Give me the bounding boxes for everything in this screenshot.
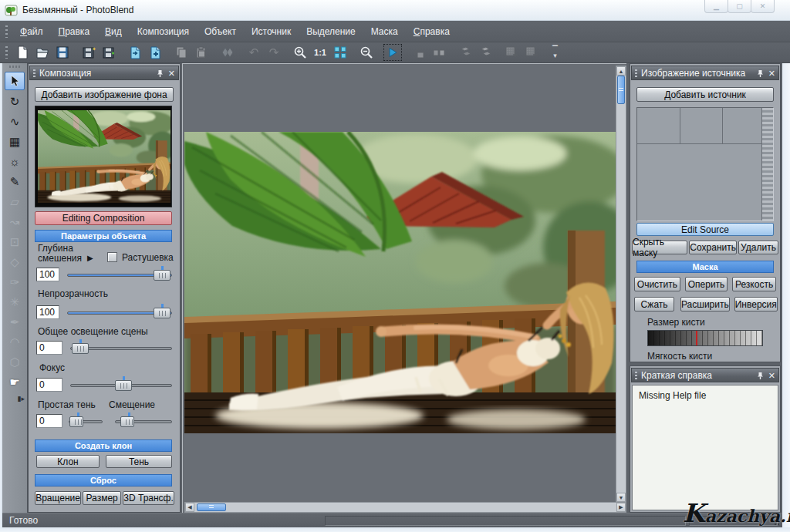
reset-rotation-button[interactable]: Вращение <box>35 491 81 505</box>
fit-window-icon[interactable] <box>331 44 349 61</box>
opacity-slider[interactable] <box>67 311 172 315</box>
canvas[interactable]: ▲ ▼ ◀ ▶ <box>182 63 626 513</box>
composition-image[interactable] <box>184 132 616 433</box>
source-list-scrollbar[interactable] <box>761 108 773 221</box>
expand-mask-button[interactable]: Расширить <box>680 297 730 311</box>
save-mask-button[interactable]: Сохранить <box>689 241 737 254</box>
close-icon[interactable]: ✕ <box>168 68 175 79</box>
menu-selection[interactable]: Выделение <box>299 24 363 39</box>
tool-strip-expand-icon[interactable]: ▮▸ <box>18 395 25 402</box>
help-panel: Краткая справка ✕ Missing Help file <box>630 365 781 513</box>
help-panel-header[interactable]: Краткая справка ✕ <box>631 368 779 382</box>
delete-mask-button[interactable]: Удалить <box>738 241 778 254</box>
scene-light-slider-thumb[interactable] <box>72 343 89 354</box>
title-bar[interactable]: Безымянный - PhotoBlend ▁ ▢ ✕ <box>0 0 790 21</box>
close-icon[interactable]: ✕ <box>768 68 775 79</box>
brush-size-bar[interactable] <box>647 330 763 346</box>
sharpness-button[interactable]: Резкость <box>732 277 776 291</box>
invert-mask-button[interactable]: Инверсия <box>734 297 778 311</box>
reset-size-button[interactable]: Размер <box>83 491 121 505</box>
zoom-out-icon[interactable] <box>357 44 376 61</box>
light-tool[interactable]: ☼ <box>5 152 25 170</box>
pin-icon[interactable] <box>157 69 164 78</box>
scroll-up-icon[interactable]: ▲ <box>616 66 626 76</box>
brush-tool[interactable]: ✎ <box>5 172 25 190</box>
shadow-offset-slider-thumb[interactable] <box>120 416 134 427</box>
rotate-tool[interactable]: ↻ <box>5 92 25 110</box>
opacity-slider-thumb[interactable] <box>154 308 170 318</box>
composition-thumbnail[interactable] <box>35 106 172 207</box>
open-file-icon[interactable] <box>33 44 52 61</box>
blend-depth-expander-icon[interactable]: ▶ <box>87 254 93 262</box>
focus-slider-thumb[interactable] <box>115 380 132 391</box>
shrink-mask-button[interactable]: Сжать <box>634 297 674 311</box>
pin-icon[interactable] <box>757 372 764 380</box>
select-tool[interactable] <box>5 72 25 90</box>
tool-strip-grip[interactable] <box>9 66 20 68</box>
save-object-as-icon[interactable] <box>100 44 118 61</box>
menu-composition[interactable]: Композиция <box>130 24 197 39</box>
focus-input[interactable] <box>36 378 62 392</box>
paste-as-object-icon[interactable] <box>126 44 144 61</box>
hide-mask-button[interactable]: Скрыть маску <box>632 241 687 254</box>
mesh-tool[interactable]: ▦ <box>5 132 25 150</box>
actual-size-icon[interactable]: 1:1 <box>311 44 329 61</box>
horizontal-scroll-thumb[interactable] <box>197 503 226 511</box>
simple-shadow-slider[interactable] <box>69 420 103 423</box>
toolbar-overflow-icon[interactable]: ▔▾ <box>552 46 558 59</box>
feather-mask-button[interactable]: Оперить <box>685 277 728 291</box>
shadow-offset-slider[interactable] <box>115 420 172 423</box>
vertical-scrollbar[interactable]: ▲ ▼ <box>616 66 626 503</box>
composition-panel-header[interactable]: Композиция ✕ <box>29 66 179 80</box>
undo-icon: ↶ <box>245 44 263 61</box>
brush-size-marker[interactable] <box>696 331 697 345</box>
new-file-icon[interactable] <box>13 44 32 61</box>
toolbar-grip[interactable] <box>5 46 8 59</box>
simple-shadow-slider-thumb[interactable] <box>69 416 83 427</box>
menu-source[interactable]: Источник <box>244 24 299 39</box>
maximize-button[interactable]: ▢ <box>728 0 751 13</box>
menu-edit[interactable]: Правка <box>51 24 98 39</box>
clear-mask-button[interactable]: Очистить <box>634 277 680 291</box>
menu-file[interactable]: Файл <box>12 24 51 39</box>
simple-shadow-input[interactable] <box>36 414 62 428</box>
close-icon[interactable]: ✕ <box>768 370 775 381</box>
scene-light-slider[interactable] <box>70 347 172 350</box>
scene-light-input[interactable] <box>36 341 62 355</box>
pin-icon[interactable] <box>757 69 764 78</box>
horizontal-scrollbar[interactable]: ◀ ▶ <box>184 502 626 513</box>
focus-slider[interactable] <box>70 384 172 387</box>
clone-button[interactable]: Клон <box>36 455 100 468</box>
zoom-in-icon[interactable] <box>291 44 309 61</box>
close-button[interactable]: ✕ <box>751 0 775 13</box>
blend-depth-slider-thumb[interactable] <box>154 270 170 281</box>
edit-source-button[interactable]: Edit Source <box>636 223 774 236</box>
distort-tool[interactable]: ∿ <box>5 112 25 130</box>
add-background-button[interactable]: Добавить изображение фона <box>35 87 174 102</box>
add-source-button[interactable]: Добавить источник <box>636 87 774 102</box>
source-list[interactable] <box>636 107 774 221</box>
reset-3d-button[interactable]: 3D Трансф. <box>123 491 174 505</box>
source-panel-header[interactable]: Изображение источника ✕ <box>631 66 779 80</box>
paste-as-source-icon[interactable] <box>146 44 164 61</box>
editing-composition-button[interactable]: Editing Composition <box>35 211 172 225</box>
save-object-icon[interactable]: ✦ <box>79 44 98 61</box>
vertical-scroll-thumb[interactable] <box>617 76 625 104</box>
render-icon[interactable] <box>383 44 402 61</box>
scroll-down-icon[interactable]: ▼ <box>616 493 626 502</box>
feather-checkbox[interactable] <box>107 252 117 262</box>
opacity-input[interactable] <box>36 305 59 319</box>
blend-depth-input[interactable] <box>36 268 59 281</box>
hand-tool[interactable]: ☛ <box>5 372 25 391</box>
save-file-icon[interactable] <box>53 44 72 61</box>
menu-help[interactable]: Справка <box>406 24 457 39</box>
menu-mask[interactable]: Маска <box>363 24 406 39</box>
blend-depth-slider[interactable] <box>67 274 172 277</box>
scroll-right-icon[interactable]: ▶ <box>616 503 626 512</box>
menu-view[interactable]: Вид <box>97 24 130 39</box>
menu-grip[interactable] <box>5 25 8 38</box>
menu-object[interactable]: Объект <box>197 24 244 39</box>
shadow-button[interactable]: Тень <box>106 455 172 468</box>
minimize-button[interactable]: ▁ <box>704 0 728 13</box>
scroll-left-icon[interactable]: ◀ <box>185 503 194 512</box>
